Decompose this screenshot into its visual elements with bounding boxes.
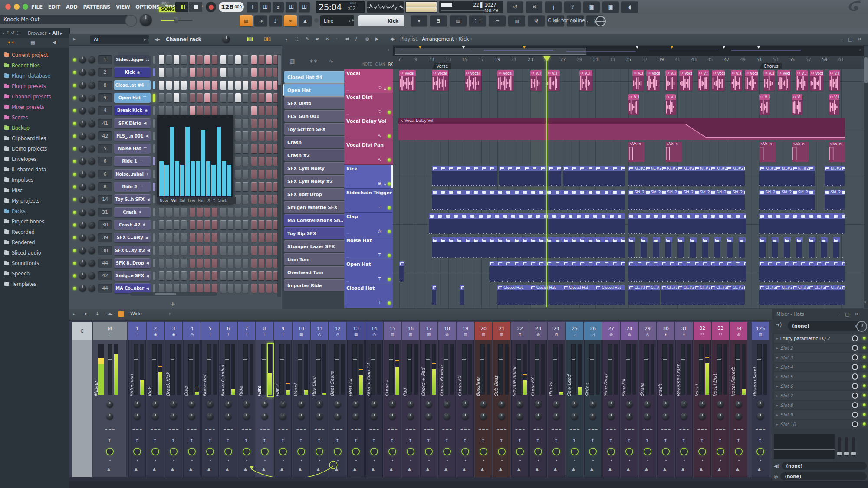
channel-pan-knob[interactable]: [79, 285, 86, 292]
channel-selector[interactable]: [153, 284, 155, 292]
step-cell[interactable]: [259, 81, 264, 90]
audio-clip[interactable]: ↦V..l: [698, 70, 709, 91]
step-cell[interactable]: [181, 220, 187, 229]
pattern-clip-header[interactable]: [792, 261, 801, 266]
strip-fader-handle[interactable]: [626, 359, 630, 360]
step-cell[interactable]: [228, 81, 233, 90]
pattern-clip-header[interactable]: [612, 166, 621, 171]
strip-send-arrow[interactable]: ↥: [427, 438, 430, 443]
channel-volume-knob[interactable]: [88, 196, 95, 203]
pattern-clip-group[interactable]: [432, 166, 497, 186]
channel-pan-knob[interactable]: [79, 209, 86, 216]
strip-send-arrow[interactable]: ↥: [281, 438, 284, 443]
pattern-clip-header[interactable]: [686, 213, 694, 219]
step-cell[interactable]: [228, 271, 233, 280]
step-cell[interactable]: [159, 68, 164, 77]
step-cell[interactable]: [259, 93, 264, 102]
group-collapse-arrow[interactable]: ▴: [384, 86, 386, 91]
strip-mute-led[interactable]: [243, 449, 250, 455]
strip-pan-knob[interactable]: [106, 401, 113, 408]
strip-pan-arrows[interactable]: ◄ ▬ ►: [602, 426, 620, 432]
step-cell[interactable]: [190, 220, 195, 229]
step-cell[interactable]: [235, 246, 241, 255]
strip-fader[interactable]: [316, 344, 321, 395]
pattern-clip-header[interactable]: [604, 190, 612, 195]
step-cell[interactable]: [197, 284, 203, 293]
strip-stereo-knob[interactable]: [134, 413, 141, 420]
strip-pan-arrows[interactable]: ◄ ▬ ►: [93, 426, 127, 432]
strip-pan-arrows[interactable]: ◄ ▬ ►: [256, 426, 273, 432]
strip-fader[interactable]: [444, 344, 448, 395]
mixer-strip-attack-clap-14[interactable]: 14◎Attack Clap 14◄ ▬ ►↥▲: [365, 322, 383, 477]
pattern-clip-header[interactable]: [595, 166, 604, 171]
globe-icon[interactable]: [595, 16, 606, 26]
strip-collapse-arrow[interactable]: ▲: [700, 467, 703, 471]
pattern-clip-header[interactable]: Sid..2: [759, 190, 776, 195]
audio-clip[interactable]: ↦Vocal: [399, 70, 416, 91]
strip-fader-handle[interactable]: [681, 359, 685, 360]
channel-selector[interactable]: [153, 246, 155, 255]
pattern-clip-header[interactable]: [595, 261, 604, 266]
audio-clip[interactable]: ↦V..l: [546, 70, 559, 91]
automation-clip-vocal-delay-vol[interactable]: ∿ Vocal Delay Vol: [398, 118, 845, 140]
detached-button[interactable]: ▾: [411, 15, 427, 26]
pattern-clip-header[interactable]: Cl..#3: [743, 285, 745, 290]
channel-enable-led[interactable]: [73, 249, 76, 252]
step-cell[interactable]: [197, 233, 203, 242]
strip-mute-led[interactable]: [480, 449, 487, 455]
channel-pan-knob[interactable]: [79, 272, 86, 279]
velocity-bar[interactable]: [185, 127, 190, 196]
fx-slot-8[interactable]: ▸Slot 8: [774, 401, 868, 409]
marker-verse[interactable]: Verse: [432, 63, 451, 69]
strip-pan-arrows[interactable]: ◄ ▬ ►: [475, 426, 492, 432]
strip-fader[interactable]: [108, 344, 112, 395]
fx-slot-led[interactable]: [863, 356, 866, 359]
pattern-clip-header[interactable]: [816, 261, 825, 266]
step-cell[interactable]: [159, 271, 164, 280]
pattern-clip-header[interactable]: [524, 166, 533, 171]
mixer-track-number[interactable]: 44: [98, 284, 112, 293]
step-cell[interactable]: [235, 68, 241, 77]
pattern-clip-header[interactable]: [620, 190, 625, 195]
step-cell[interactable]: [159, 208, 164, 217]
strip-pan-knob[interactable]: [462, 401, 469, 408]
strip-collapse-arrow[interactable]: ▲: [681, 467, 684, 471]
step-cell[interactable]: [235, 233, 241, 242]
mixer-track-number[interactable]: 5: [98, 144, 112, 153]
channel-pan-knob[interactable]: [79, 56, 86, 63]
pattern-clip-header[interactable]: [637, 261, 645, 266]
step-cell[interactable]: [259, 182, 264, 191]
pattern-clip-header[interactable]: Cl..#3: [825, 285, 842, 290]
strip-pan-knob[interactable]: [735, 401, 742, 408]
strip-pan-knob[interactable]: [498, 401, 505, 408]
strip-mute-led[interactable]: [207, 449, 213, 455]
channel-enable-led[interactable]: [73, 262, 76, 265]
mixer-strip-vocal-reverb[interactable]: 34◍Vocal Reverb◄ ▬ ►↥▲: [730, 322, 747, 477]
pattern-clip-header[interactable]: [609, 213, 618, 219]
picker-auto-icon[interactable]: ∿: [329, 58, 333, 64]
strip-pan-arrows[interactable]: ◄ ▬ ►: [201, 426, 219, 432]
mixer-strip-crash[interactable]: 30∗crash◄ ▬ ►↥▲: [657, 322, 674, 477]
strip-send-arrow[interactable]: ↥: [645, 438, 649, 443]
strip-stereo-knob[interactable]: [626, 413, 633, 420]
strip-collapse-arrow[interactable]: ▲: [317, 467, 320, 471]
channel-selector[interactable]: [153, 221, 155, 229]
step-cell[interactable]: [174, 246, 179, 255]
step-cell[interactable]: [243, 182, 248, 191]
strip-pan-knob[interactable]: [516, 401, 523, 408]
audio-clip[interactable]: ↦V..l: [731, 70, 742, 91]
step-cell[interactable]: [266, 81, 272, 90]
strip-pan-arrows[interactable]: ◄ ▬ ►: [675, 426, 693, 432]
strip-mute-led[interactable]: [499, 449, 505, 455]
audio-clip[interactable]: ↦Vocal: [646, 70, 659, 91]
strip-mute-led[interactable]: [225, 449, 231, 455]
mixer-strip-wood[interactable]: 10▦Wood◄ ▬ ►↥▲: [293, 322, 310, 477]
step-cell[interactable]: [212, 220, 217, 229]
play-pause-button[interactable]: [175, 2, 188, 12]
step-cell[interactable]: [197, 246, 203, 255]
mixer-download-icon[interactable]: ⇣: [95, 311, 99, 316]
step-cell[interactable]: [174, 55, 179, 64]
menu-patterns[interactable]: PATTERNS: [83, 4, 110, 10]
strip-send-arrow[interactable]: ↥: [135, 438, 138, 443]
strip-send-arrow[interactable]: ↥: [390, 438, 394, 443]
